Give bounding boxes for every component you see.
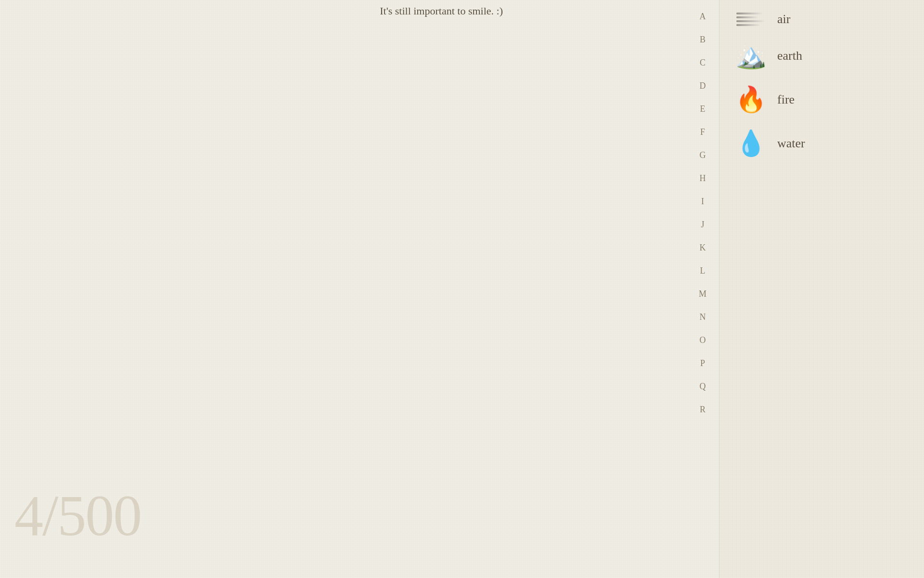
water-icon: 💧	[734, 129, 768, 158]
water-label: water	[777, 136, 805, 151]
alphabet-letter-g[interactable]: G	[688, 144, 717, 167]
alphabet-letter-l[interactable]: L	[688, 259, 717, 282]
alphabet-letter-i[interactable]: I	[688, 190, 717, 213]
alphabet-letter-o[interactable]: O	[688, 328, 717, 352]
alphabet-letter-f[interactable]: F	[688, 120, 717, 144]
fire-label: fire	[777, 92, 795, 107]
element-item-water[interactable]: 💧water	[729, 121, 914, 165]
alphabet-sidebar: ABCDEFGHIJKLMNOPQR	[688, 0, 717, 578]
alphabet-letter-d[interactable]: D	[688, 74, 717, 97]
alphabet-letter-b[interactable]: B	[688, 28, 717, 51]
alphabet-letter-p[interactable]: P	[688, 352, 717, 375]
alphabet-letter-e[interactable]: E	[688, 97, 717, 120]
air-icon	[734, 13, 768, 26]
earth-label: earth	[777, 49, 802, 63]
elements-panel: air🏔️earth🔥fire💧water	[719, 0, 924, 578]
alphabet-letter-a[interactable]: A	[688, 5, 717, 28]
element-item-fire[interactable]: 🔥fire	[729, 78, 914, 121]
element-item-earth[interactable]: 🏔️earth	[729, 34, 914, 78]
earth-icon: 🏔️	[734, 41, 768, 70]
fire-icon: 🔥	[734, 85, 768, 114]
air-label: air	[777, 12, 790, 26]
quote-text: It's still important to smile. :)	[380, 5, 503, 17]
alphabet-letter-k[interactable]: K	[688, 236, 717, 259]
alphabet-letter-q[interactable]: Q	[688, 375, 717, 398]
element-item-air[interactable]: air	[729, 5, 914, 34]
alphabet-letter-h[interactable]: H	[688, 167, 717, 190]
alphabet-letter-n[interactable]: N	[688, 305, 717, 328]
alphabet-letter-c[interactable]: C	[688, 51, 717, 74]
alphabet-letter-j[interactable]: J	[688, 213, 717, 236]
main-area: It's still important to smile. :) 4/500	[0, 0, 513, 578]
alphabet-letter-r[interactable]: R	[688, 398, 717, 421]
counter-display: 4/500	[14, 483, 141, 549]
alphabet-letter-m[interactable]: M	[688, 282, 717, 305]
